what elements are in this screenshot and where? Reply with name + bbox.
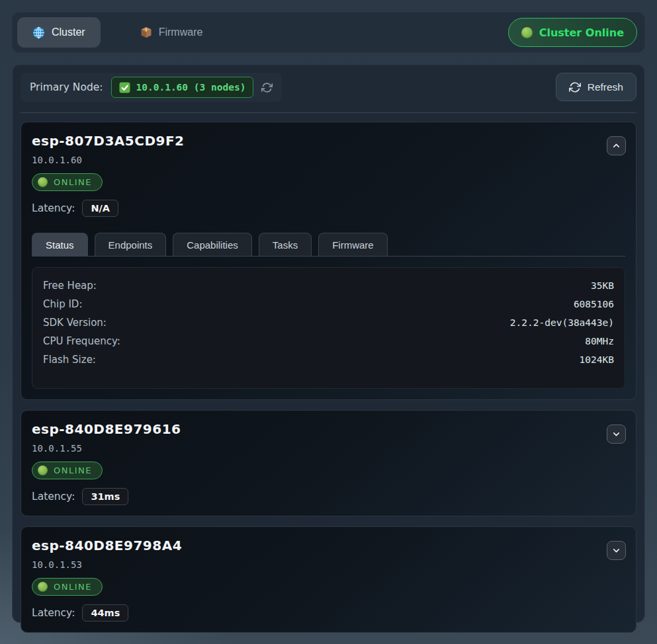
topbar: Primary Node: 10.0.1.60 (3 nodes) [21,73,636,102]
node-ip: 10.0.1.55 [32,443,625,454]
latency-label: Latency: [32,491,75,503]
node-name: esp-807D3A5CD9F2 [32,133,625,149]
latency-label: Latency: [32,607,75,619]
node-tabs: Status Endpoints Capabilities Tasks Firm… [32,233,625,257]
package-icon [140,26,152,38]
detail-value: 2.2.2-dev(38a443e) [510,317,614,328]
detail-row-free-heap: Free Heap: 35KB [43,276,614,295]
latency-row: Latency: 31ms [32,488,625,505]
tab-cluster[interactable]: Cluster [17,17,101,48]
tab-firmware-node[interactable]: Firmware [318,233,388,256]
chevron-down-icon [611,545,621,555]
detail-row-sdk-version: SDK Version: 2.2.2-dev(38a443e) [43,313,614,332]
node-status-label: ONLINE [54,465,92,475]
node-status-badge: ONLINE [32,173,103,191]
detail-row-cpu-frequency: CPU Frequency: 80MHz [43,332,614,350]
latency-value-badge: N/A [82,200,118,217]
refresh-button[interactable]: Refresh [556,73,636,101]
divider [21,112,636,113]
primary-node-label: Primary Node: [30,81,103,93]
refresh-icon [569,81,581,93]
sync-icon[interactable] [261,82,273,93]
latency-value-badge: 44ms [82,604,128,622]
detail-value: 80MHz [585,336,614,346]
detail-label: CPU Frequency: [43,335,120,347]
node-card-esp-840D8E9798A4: esp-840D8E9798A4 10.0.1.53 ONLINE Latenc… [21,526,636,633]
latency-row: Latency: 44ms [32,604,625,622]
detail-row-chip-id: Chip ID: 6085106 [43,295,614,313]
expand-button[interactable] [607,541,626,560]
detail-value: 1024KB [580,354,614,365]
tab-capabilities[interactable]: Capabilities [173,233,252,256]
chevron-down-icon [611,429,621,439]
detail-row-flash-size: Flash Size: 1024KB [43,350,614,369]
node-name: esp-840D8E979616 [32,421,625,437]
node-status-badge: ONLINE [32,462,103,479]
chevron-up-icon [611,141,621,151]
globe-icon [32,26,45,39]
node-name: esp-840D8E9798A4 [32,538,625,553]
tab-endpoints[interactable]: Endpoints [95,233,167,256]
refresh-button-label: Refresh [588,81,623,93]
node-card-esp-840D8E979616: esp-840D8E979616 10.0.1.55 ONLINE Latenc… [21,410,636,516]
latency-label: Latency: [32,202,75,214]
node-ip: 10.0.1.60 [32,155,625,165]
primary-node-value: 10.0.1.60 (3 nodes) [136,82,246,93]
tab-firmware[interactable]: Firmware [125,17,218,48]
tab-cluster-label: Cluster [52,26,85,38]
cluster-online-label: Cluster Online [539,26,624,39]
node-status-badge: ONLINE [32,578,103,596]
detail-label: Flash Size: [43,354,96,366]
node-status-label: ONLINE [54,177,92,187]
node-card-esp-807D3A5CD9F2: esp-807D3A5CD9F2 10.0.1.60 ONLINE Latenc… [21,122,636,400]
detail-label: Free Heap: [43,280,97,292]
latency-value-badge: 31ms [82,488,128,505]
tab-tasks[interactable]: Tasks [259,233,312,256]
detail-label: Chip ID: [43,298,82,310]
green-dot-icon [38,177,48,187]
node-ip: 10.0.1.53 [32,559,625,570]
node-status-label: ONLINE [54,582,92,592]
latency-row: Latency: N/A [32,200,625,217]
detail-value: 6085106 [574,299,614,309]
collapse-button[interactable] [607,136,626,155]
primary-node-bar: Primary Node: 10.0.1.60 (3 nodes) [21,73,282,102]
cluster-online-badge: Cluster Online [508,18,637,47]
green-dot-icon [521,27,533,38]
top-navbar: Cluster Firmware Cluster Online [12,12,645,53]
detail-value: 35KB [591,280,614,291]
green-dot-icon [38,582,48,592]
expand-button[interactable] [607,424,626,444]
tab-firmware-label: Firmware [159,26,203,38]
primary-node-badge: 10.0.1.60 (3 nodes) [111,77,254,98]
tab-status[interactable]: Status [32,233,88,256]
detail-label: SDK Version: [43,317,107,329]
main-container: Primary Node: 10.0.1.60 (3 nodes) [12,64,645,623]
status-panel: Free Heap: 35KB Chip ID: 6085106 SDK Ver… [32,267,625,389]
green-dot-icon [38,465,48,475]
check-icon [119,82,130,93]
